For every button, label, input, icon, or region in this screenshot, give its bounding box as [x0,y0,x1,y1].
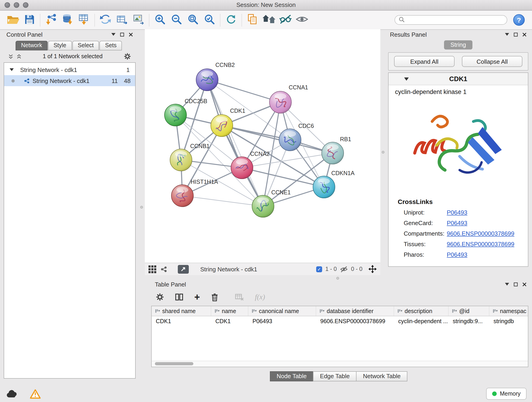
column-header-shared-name[interactable]: shared name [152,306,211,316]
tab-select[interactable]: Select [72,41,99,51]
import-network-from-file-button[interactable] [43,12,59,28]
table-settings-gear-icon[interactable] [156,293,164,301]
network-edge-ccnb2-ccna1[interactable] [207,80,280,102]
birds-eye-grid-icon[interactable] [148,265,156,273]
save-session-button[interactable] [21,12,38,28]
expand-all-icon[interactable] [17,54,22,59]
zoom-in-button[interactable] [152,12,168,28]
panel-collapse-icon[interactable] [111,33,115,36]
tab-node-table[interactable]: Node Table [270,371,313,381]
disclosure-triangle-icon[interactable] [404,77,409,80]
table-cell[interactable]: 9606.ENSP00000378699 [316,318,394,324]
show-details-button[interactable] [294,12,310,28]
network-view-canvas[interactable]: CCNB2CCNA1CDC25BCDK1CDC6RB1CCNB1CCNA2CDK… [145,29,380,263]
network-node-cdc6[interactable] [279,129,301,151]
left-splitter-handle[interactable] [140,206,143,209]
import-network-from-database-button[interactable] [59,12,76,28]
close-button[interactable] [5,2,10,8]
column-header-namespac[interactable]: namespac [489,306,528,316]
table-cell[interactable]: P06493 [248,318,316,324]
network-overview-share-icon[interactable] [160,266,167,273]
panel-collapse-icon[interactable] [505,33,509,36]
table-cell[interactable]: CDK1 [211,318,248,324]
panel-float-icon[interactable] [514,282,518,286]
network-row[interactable]: String Network - cdk1 11 48 [4,75,135,86]
add-column-icon[interactable]: + [194,293,200,302]
new-network-button[interactable] [97,12,114,28]
disclosure-triangle-icon[interactable] [10,68,14,71]
column-header--id[interactable]: @id [449,306,489,316]
tab-edge-table[interactable]: Edge Table [313,371,357,381]
crosslink-value-link[interactable]: P06493 [447,209,467,216]
network-edge-cdk1-rb1[interactable] [222,126,333,153]
crosslink-value-link[interactable]: 9606.ENSP00000378699 [447,241,514,248]
panel-collapse-icon[interactable] [505,283,509,286]
open-in-new-window-button[interactable] [178,265,189,274]
tab-sets[interactable]: Sets [100,41,122,51]
zoom-out-button[interactable] [168,12,185,28]
cloud-icon[interactable] [6,389,18,398]
warning-icon[interactable] [30,389,41,399]
column-header-description[interactable]: description [394,306,449,316]
string-tab-badge[interactable]: String [444,40,472,50]
tab-network[interactable]: Network [16,41,48,51]
delete-column-trash-icon[interactable] [211,293,219,301]
table-row[interactable]: CDK1CDK1P064939606.ENSP00000378699cyclin… [152,316,528,326]
network-node-cdc25b[interactable] [165,104,186,126]
network-edge-hist1h1a-ccne1[interactable] [182,196,263,206]
crosslink-value-link[interactable]: P06493 [447,251,467,258]
column-header-canonical-name[interactable]: canonical name [248,306,316,316]
import-table-from-file-button[interactable] [76,12,92,28]
right-splitter-handle[interactable] [382,151,385,153]
open-session-button[interactable] [5,12,21,28]
collapse-all-icon[interactable] [8,54,13,59]
horizontal-splitter-handle[interactable] [336,277,339,280]
panel-close-icon[interactable] [129,32,133,36]
home-button[interactable] [261,12,277,28]
zoom-fit-button[interactable] [185,12,201,28]
network-node-ccnb2[interactable] [196,69,218,91]
scrollbar-thumb[interactable] [155,362,193,365]
copy-document-button[interactable] [244,12,261,28]
column-header-name[interactable]: name [211,306,248,316]
tab-network-table[interactable]: Network Table [356,371,407,381]
table-cell[interactable]: CDK1 [152,318,211,324]
export-table-button[interactable] [114,12,130,28]
minimize-button[interactable] [14,2,19,8]
export-image-button[interactable] [130,12,147,28]
panel-close-icon[interactable] [522,32,526,36]
table-horizontal-scrollbar[interactable] [152,361,528,367]
table-cell[interactable]: cyclin-dependent ... [394,318,449,324]
zoom-selected-button[interactable] [201,12,218,28]
protein-section-header[interactable]: CDK1 [389,73,528,85]
hide-details-button[interactable] [277,12,294,28]
selected-nodes-checkbox[interactable]: ✓ [316,266,322,272]
network-node-cdkn1a[interactable] [313,176,335,198]
network-node-hist1h1a[interactable] [171,185,193,207]
pan-move-icon[interactable] [368,265,377,273]
show-columns-icon[interactable] [175,293,183,301]
refresh-button[interactable] [223,12,239,28]
table-cell[interactable]: stringdb:9... [449,318,489,324]
expand-all-button[interactable]: Expand All [394,56,455,67]
network-node-ccna1[interactable] [269,91,291,113]
tab-style[interactable]: Style [48,41,72,51]
search-box[interactable] [394,15,507,25]
column-header-database-identifier[interactable]: database identifier [316,306,394,316]
network-node-ccne1[interactable] [252,195,274,217]
search-input[interactable] [407,16,503,24]
network-node-ccnb1[interactable] [170,149,192,171]
crosslink-value-link[interactable]: 9606.ENSP00000378699 [447,230,514,237]
collapse-all-button[interactable]: Collapse All [462,56,522,67]
gear-icon[interactable] [124,53,131,60]
panel-float-icon[interactable] [120,32,124,36]
network-edge-ccnb2-ccne1[interactable] [207,80,263,206]
help-button[interactable]: ? [513,14,525,26]
panel-close-icon[interactable] [522,282,526,286]
zoom-button[interactable] [23,2,28,8]
crosslink-value-link[interactable]: P06493 [447,220,467,226]
network-collection-row[interactable]: String Network - cdk1 1 [4,64,135,75]
network-node-rb1[interactable] [322,142,344,164]
network-node-ccna2[interactable] [231,157,253,179]
hidden-eye-slash-icon[interactable] [340,266,348,273]
